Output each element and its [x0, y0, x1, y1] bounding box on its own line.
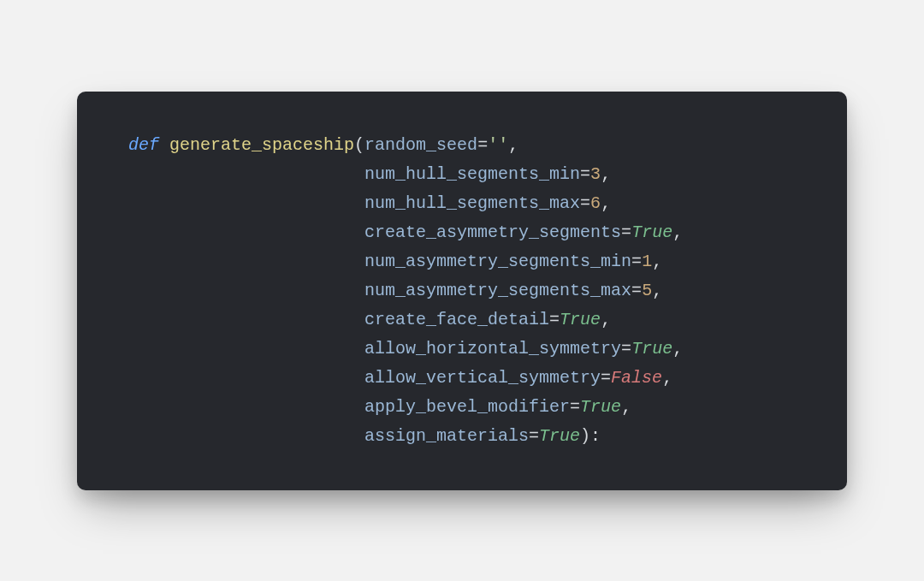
open-paren: ( — [354, 135, 364, 155]
param-name: num_hull_segments_min — [364, 164, 580, 184]
param-name: num_asymmetry_segments_max — [364, 281, 631, 300]
equals-sign: = — [477, 135, 488, 155]
close-paren-colon: ): — [580, 426, 601, 446]
param-value: False — [611, 368, 662, 388]
comma: , — [652, 252, 662, 271]
align-indent — [128, 164, 364, 184]
param-name: allow_horizontal_symmetry — [364, 339, 621, 359]
param-value: True — [631, 339, 672, 359]
equals-sign: = — [549, 310, 560, 329]
code-card: def generate_spaceship(random_seed='', n… — [77, 92, 847, 490]
param-name: allow_vertical_symmetry — [364, 368, 601, 388]
code-block: def generate_spaceship(random_seed='', n… — [128, 131, 796, 451]
comma: , — [672, 339, 683, 359]
equals-sign: = — [529, 426, 539, 446]
align-indent — [128, 310, 364, 329]
align-indent — [128, 281, 364, 300]
align-indent — [128, 252, 364, 271]
param-value: 5 — [642, 281, 652, 300]
equals-sign: = — [570, 397, 580, 417]
param-value: True — [631, 222, 672, 242]
param-name: create_asymmetry_segments — [364, 222, 621, 242]
comma: , — [508, 135, 518, 155]
equals-sign: = — [631, 281, 642, 300]
align-indent — [128, 368, 364, 388]
param-value: 6 — [590, 193, 601, 213]
comma: , — [672, 222, 683, 242]
param-value: '' — [488, 135, 508, 155]
param-value: 1 — [642, 252, 652, 271]
equals-sign: = — [601, 368, 611, 388]
comma: , — [652, 281, 662, 300]
param-name: create_face_detail — [364, 310, 549, 329]
param-value: True — [539, 426, 580, 446]
param-value: True — [560, 310, 601, 329]
page-stage: def generate_spaceship(random_seed='', n… — [0, 0, 924, 581]
comma: , — [662, 368, 672, 388]
comma: , — [601, 193, 611, 213]
align-indent — [128, 193, 364, 213]
comma: , — [621, 397, 631, 417]
comma: , — [601, 164, 611, 184]
equals-sign: = — [580, 193, 590, 213]
align-indent — [128, 397, 364, 417]
align-indent — [128, 426, 364, 446]
param-name: apply_bevel_modifier — [364, 397, 570, 417]
param-name: random_seed — [364, 135, 477, 155]
param-name: num_hull_segments_max — [364, 193, 580, 213]
align-indent — [128, 339, 364, 359]
align-indent — [128, 222, 364, 242]
keyword-def: def — [128, 135, 159, 155]
function-name: generate_spaceship — [169, 135, 354, 155]
equals-sign: = — [621, 339, 631, 359]
equals-sign: = — [580, 164, 590, 184]
equals-sign: = — [621, 222, 631, 242]
param-value: True — [580, 397, 621, 417]
param-value: 3 — [590, 164, 601, 184]
param-name: num_asymmetry_segments_min — [364, 252, 631, 271]
equals-sign: = — [631, 252, 642, 271]
param-name: assign_materials — [364, 426, 529, 446]
comma: , — [601, 310, 611, 329]
